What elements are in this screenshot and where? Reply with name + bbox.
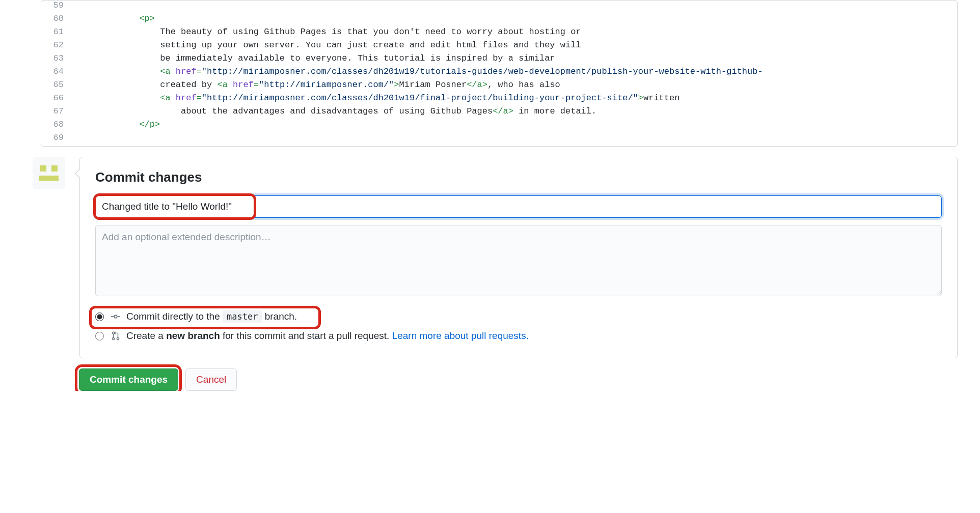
radio-commit-direct[interactable]: Commit directly to the master branch. <box>95 307 942 326</box>
line-number: 66 <box>41 93 72 103</box>
line-content: The beauty of using Github Pages is that… <box>72 27 957 37</box>
radio-input-new-branch[interactable] <box>95 332 104 340</box>
radio-commit-new-branch[interactable]: Create a new branch for this commit and … <box>95 326 942 346</box>
svg-point-5 <box>117 338 119 340</box>
commit-description-textarea[interactable] <box>95 225 942 296</box>
line-number: 69 <box>41 133 72 142</box>
line-number: 59 <box>41 1 72 10</box>
cancel-button[interactable]: Cancel <box>185 368 237 391</box>
line-content: <p> <box>72 14 957 23</box>
line-number: 67 <box>41 106 72 116</box>
line-number: 68 <box>41 120 72 129</box>
line-content: about the advantages and disadvantages o… <box>72 106 957 116</box>
line-number: 64 <box>41 67 72 76</box>
svg-point-0 <box>114 315 117 318</box>
commit-form: Commit changes Commit directly to the ma… <box>79 157 958 358</box>
avatar <box>33 157 65 189</box>
line-content: be immediately available to everyone. Th… <box>72 53 957 63</box>
commit-heading: Commit changes <box>95 169 942 185</box>
git-pull-request-icon <box>111 331 121 340</box>
line-content: setting up your own server. You can just… <box>72 40 957 50</box>
line-content: <a href="http://miriamposner.com/classes… <box>72 93 957 103</box>
line-number: 62 <box>41 40 72 50</box>
svg-point-4 <box>112 338 114 340</box>
radio-input-direct[interactable] <box>95 312 104 321</box>
git-commit-icon <box>111 312 121 321</box>
radio-label-direct: Commit directly to the master branch. <box>126 311 297 322</box>
line-content: created by <a href="http://miriamposner.… <box>72 80 957 90</box>
learn-more-link[interactable]: Learn more about pull requests. <box>392 330 529 341</box>
commit-changes-button[interactable]: Commit changes <box>79 368 178 391</box>
radio-label-new-branch: Create a new branch for this commit and … <box>126 330 529 341</box>
commit-summary-input[interactable] <box>95 195 942 218</box>
line-number: 61 <box>41 27 72 37</box>
line-number: 60 <box>41 14 72 23</box>
line-number: 65 <box>41 80 72 90</box>
code-editor[interactable]: 59 60 <p> 61 The beauty of using Github … <box>41 0 958 147</box>
line-content: <a href="http://miriamposner.com/classes… <box>72 67 957 76</box>
line-content: </p> <box>72 120 957 129</box>
line-number: 63 <box>41 53 72 63</box>
